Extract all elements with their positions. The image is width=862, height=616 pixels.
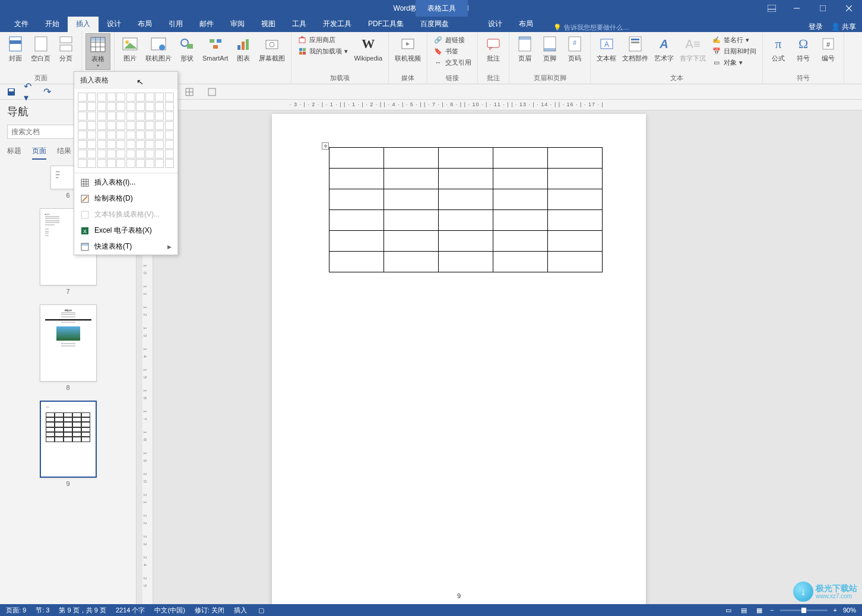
quickparts-button[interactable]: 文档部件	[620, 33, 651, 63]
shapes-button[interactable]: 形状	[175, 33, 199, 63]
hyperlink-button[interactable]: 🔗超链接	[433, 34, 471, 45]
excel-spreadsheet-item[interactable]: X Excel 电子表格(X)	[74, 223, 178, 239]
chart-button[interactable]: 图表	[232, 33, 255, 63]
svg-rect-29	[246, 39, 249, 50]
header-button[interactable]: 页眉	[513, 33, 537, 63]
tab-layout[interactable]: 布局	[129, 16, 160, 32]
datetime-icon: 📅	[712, 46, 721, 56]
symbol-button[interactable]: Ω符号	[791, 33, 815, 63]
sign-in-link[interactable]: 登录	[809, 22, 823, 32]
quick-tables-item[interactable]: 快速表格(T) ▶	[74, 239, 178, 255]
picture-button[interactable]: 图片	[118, 33, 142, 63]
table-move-handle[interactable]: ✥	[322, 142, 329, 150]
maximize-button[interactable]	[810, 0, 836, 17]
document-table[interactable]	[329, 147, 603, 272]
zoom-in-button[interactable]: +	[834, 607, 837, 614]
textbox-button[interactable]: A文本框	[594, 33, 619, 63]
svg-rect-7	[9, 40, 21, 44]
status-insert-mode[interactable]: 插入	[234, 606, 247, 615]
tab-file[interactable]: 文件	[6, 16, 37, 32]
tab-baidu[interactable]: 百度网盘	[412, 16, 457, 32]
read-mode-icon[interactable]: ▭	[724, 605, 733, 615]
minimize-button[interactable]	[784, 0, 810, 17]
my-addins-button[interactable]: 我的加载项 ▾	[297, 46, 348, 56]
datetime-button[interactable]: 📅日期和时间	[712, 46, 756, 56]
thumbnail-page-8[interactable]: 标题文本━━━━━━━━━━━━━━━━━━━━━━━━━━━━━━━━━━━━…	[40, 304, 97, 382]
wikipedia-button[interactable]: WWikipedia	[351, 33, 385, 63]
equation-button[interactable]: π公式	[766, 33, 790, 63]
tab-pdf[interactable]: PDF工具集	[360, 16, 412, 32]
number-button[interactable]: #编号	[816, 33, 840, 63]
dropcap-button[interactable]: A≡首字下沉	[677, 33, 708, 63]
comment-button[interactable]: 批注	[481, 33, 505, 63]
nav-tab-pages[interactable]: 页面	[32, 146, 46, 160]
status-macro-icon[interactable]: ▢	[256, 605, 266, 615]
tab-table-design[interactable]: 设计	[480, 16, 511, 32]
pagenum-button[interactable]: #页码	[563, 33, 587, 63]
qa-table-icon[interactable]	[184, 87, 195, 97]
tab-review[interactable]: 审阅	[222, 16, 253, 32]
object-icon: ▭	[712, 58, 721, 67]
comment-icon	[484, 34, 503, 53]
tab-table-layout[interactable]: 布局	[511, 16, 541, 32]
zoom-out-button[interactable]: −	[770, 607, 774, 614]
share-button[interactable]: 👤 共享	[831, 22, 856, 32]
status-track-changes[interactable]: 修订: 关闭	[195, 606, 224, 615]
status-language[interactable]: 中文(中国)	[154, 606, 185, 615]
signature-button[interactable]: ✍签名行 ▾	[712, 34, 756, 45]
online-video-button[interactable]: 联机视频	[392, 33, 423, 63]
zoom-slider[interactable]	[780, 609, 828, 611]
tab-developer[interactable]: 开发工具	[315, 16, 360, 32]
chart-icon	[234, 34, 253, 53]
status-word-count[interactable]: 2214 个字	[116, 606, 145, 615]
tab-design[interactable]: 设计	[99, 16, 129, 32]
tab-tools[interactable]: 工具	[284, 16, 315, 32]
ribbon-display-options[interactable]	[759, 0, 785, 17]
store-button[interactable]: 应用商店	[297, 34, 348, 45]
footer-button[interactable]: 页脚	[538, 33, 562, 63]
svg-marker-41	[490, 47, 492, 50]
shapes-icon	[178, 34, 197, 53]
tell-me-search[interactable]: 💡 告诉我您想要做什么…	[553, 23, 629, 32]
cover-page-button[interactable]: 封面	[4, 33, 27, 63]
draw-table-item[interactable]: 绘制表格(D)	[74, 190, 178, 207]
svg-rect-35	[303, 48, 306, 51]
status-page[interactable]: 页面: 9	[6, 606, 26, 615]
table-size-grid[interactable]	[74, 89, 178, 172]
redo-icon[interactable]: ↷	[42, 87, 52, 97]
tab-references[interactable]: 引用	[160, 16, 191, 32]
save-icon[interactable]	[6, 87, 17, 97]
object-button[interactable]: ▭对象 ▾	[712, 57, 756, 68]
print-layout-icon[interactable]: ▤	[739, 605, 749, 615]
horizontal-ruler[interactable]: · 3 · | · 2 · | · 1 · | | · 1 · | · 2 · …	[153, 100, 862, 110]
status-page-of[interactable]: 第 9 页，共 9 页	[59, 606, 106, 615]
bookmark-button[interactable]: 🔖书签	[433, 46, 471, 56]
wordart-button[interactable]: A艺术字	[652, 33, 676, 63]
svg-text:X: X	[83, 228, 87, 234]
screenshot-button[interactable]: 屏幕截图	[256, 33, 287, 63]
smartart-button[interactable]: SmartArt	[200, 33, 230, 63]
insert-table-item[interactable]: 插入表格(I)...	[74, 174, 178, 190]
tab-insert[interactable]: 插入	[68, 16, 99, 32]
svg-line-67	[83, 196, 87, 201]
qa-layout-icon[interactable]	[207, 87, 217, 97]
online-picture-button[interactable]: 联机图片	[143, 33, 174, 63]
undo-icon[interactable]: ↶ ▾	[24, 87, 34, 97]
status-section[interactable]: 节: 3	[36, 606, 49, 615]
nav-tab-headings[interactable]: 标题	[7, 146, 21, 160]
tab-view[interactable]: 视图	[253, 16, 284, 32]
blank-page-button[interactable]: 空白页	[28, 33, 53, 63]
document-page[interactable]: ✥ 9	[272, 114, 646, 604]
group-comments: 批注 批注	[478, 32, 509, 84]
nav-tab-results[interactable]: 结果	[57, 146, 71, 160]
table-button[interactable]: 表格 ▾	[85, 33, 110, 70]
crossref-button[interactable]: ↔交叉引用	[433, 57, 471, 68]
web-layout-icon[interactable]: ▦	[755, 605, 764, 615]
tab-home[interactable]: 开始	[37, 16, 68, 32]
thumbnail-page-9[interactable]: ━━━	[40, 401, 97, 478]
svg-rect-36	[299, 52, 302, 55]
close-button[interactable]	[836, 0, 862, 17]
page-break-button[interactable]: 分页	[54, 33, 78, 63]
zoom-level[interactable]: 90%	[843, 607, 856, 614]
tab-mailings[interactable]: 邮件	[191, 16, 222, 32]
